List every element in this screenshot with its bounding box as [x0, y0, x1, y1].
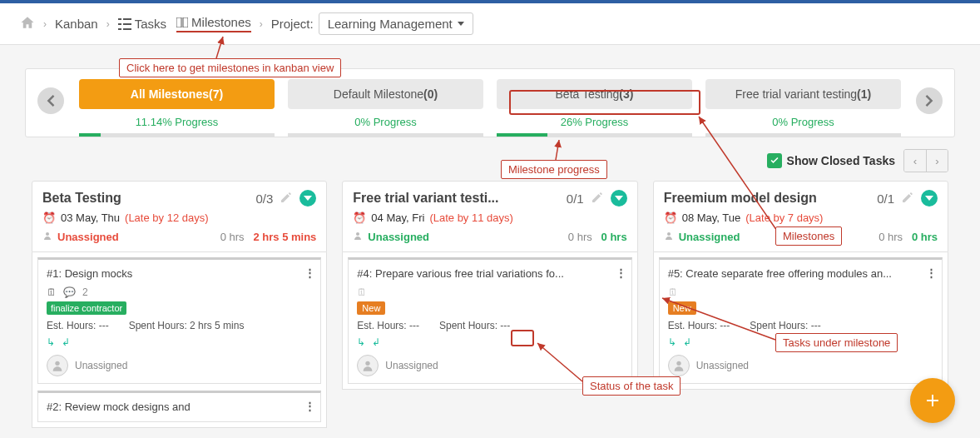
svg-point-11: [366, 361, 370, 366]
assignee-label: Unassigned: [385, 360, 438, 371]
edit-icon[interactable]: [280, 191, 293, 207]
user-icon: [353, 231, 363, 243]
milestone-tab[interactable]: All Milestones(7): [79, 79, 275, 109]
column-count: 0/1: [567, 192, 584, 206]
column-count: 0/3: [255, 192, 273, 206]
column-spent: 2 hrs 5 mins: [253, 231, 316, 243]
calendar-icon: 🗓: [47, 286, 57, 298]
crumb-kanban[interactable]: Kanban: [55, 17, 98, 31]
milestone-progress-text: 0% Progress: [288, 116, 483, 128]
task-spent-hours: Spent Hours: ---: [439, 320, 510, 331]
task-est-hours: Est. Hours: ---: [668, 320, 730, 331]
add-fab[interactable]: [910, 378, 955, 423]
task-est-hours: Est. Hours: ---: [47, 320, 109, 331]
task-card[interactable]: #1: Design mocks⋮🗓 💬2finalize contractor…: [37, 257, 321, 384]
task-menu-icon[interactable]: ⋮: [304, 266, 315, 279]
edit-icon[interactable]: [591, 191, 604, 207]
show-closed-tasks-toggle[interactable]: Show Closed Tasks: [767, 153, 895, 168]
column-body: #4: Prepare various free trial variation…: [342, 252, 637, 390]
milestone-tab[interactable]: Free trial variant testing(1): [705, 79, 901, 109]
svg-point-8: [46, 232, 49, 236]
column-late: (Late by 11 days): [429, 212, 512, 224]
column-expand[interactable]: [299, 190, 316, 207]
column-expand[interactable]: [921, 190, 938, 207]
column-spent: 0 hrs: [912, 231, 938, 243]
column-date: 04 May, Fri: [371, 212, 424, 224]
column-late: (Late by 12 days): [125, 212, 208, 224]
svg-point-13: [676, 361, 681, 366]
pager-next[interactable]: ›: [926, 150, 948, 172]
assignee-label: Unassigned: [696, 360, 749, 371]
svg-rect-0: [118, 18, 121, 20]
task-title: #1: Design mocks: [47, 266, 312, 281]
column-expand[interactable]: [611, 190, 627, 207]
milestone-progress-text: 26% Progress: [497, 116, 692, 128]
task-card[interactable]: #5: Create separate free offering module…: [659, 257, 943, 384]
link-icon[interactable]: ↳: [357, 336, 365, 348]
calendar-icon: ⏰: [353, 212, 366, 224]
subtask-icon[interactable]: ↲: [62, 336, 70, 348]
milestone-tab[interactable]: Beta Testing(3): [497, 79, 692, 109]
link-icon[interactable]: ↳: [47, 336, 55, 348]
column-body: #5: Create separate free offering module…: [653, 252, 948, 390]
milestone-progress-text: 11.14% Progress: [79, 116, 275, 128]
milestone-column-header: Free trial variant testi...0/1⏰04 May, F…: [342, 181, 637, 252]
pager-prev[interactable]: ‹: [904, 150, 926, 172]
calendar-icon: 🗓: [668, 286, 678, 298]
column-date: 08 May, Tue: [682, 212, 741, 224]
milestone-column-header: Freemium model design0/1⏰08 May, Tue (La…: [653, 181, 948, 252]
task-spent-hours: Spent Hours: 2 hrs 5 mins: [129, 320, 245, 331]
column-spent: 0 hrs: [601, 231, 627, 243]
crumb-tasks[interactable]: Tasks: [118, 17, 166, 31]
column-hrs: 0 hrs: [879, 231, 903, 243]
task-status-badge: New: [668, 301, 696, 315]
task-title: #4: Prepare various free trial variation…: [357, 266, 622, 281]
edit-icon[interactable]: [901, 191, 914, 207]
breadcrumb: › Kanban › Tasks Milestones › Project: L…: [0, 3, 980, 45]
checkbox-checked-icon: [767, 153, 782, 168]
svg-rect-1: [123, 18, 131, 20]
task-card[interactable]: #2: Review mock designs and⋮: [37, 391, 321, 422]
subtask-icon[interactable]: ↲: [683, 336, 691, 348]
chevron-down-icon: [458, 22, 464, 26]
column-date: 03 May, Thu: [61, 212, 120, 224]
svg-point-12: [667, 232, 671, 236]
svg-rect-6: [176, 17, 181, 27]
svg-rect-4: [118, 28, 121, 30]
avatar: [668, 355, 690, 376]
assignee-label: Unassigned: [75, 360, 127, 371]
project-select[interactable]: Learning Management: [319, 12, 473, 35]
column-hrs: 0 hrs: [568, 231, 592, 243]
svg-rect-2: [118, 23, 121, 25]
column-title: Free trial variant testi...: [353, 191, 559, 206]
milestones-prev[interactable]: [37, 87, 64, 114]
column-body: #1: Design mocks⋮🗓 💬2finalize contractor…: [32, 252, 327, 428]
task-title: #5: Create separate free offering module…: [668, 266, 933, 281]
milestone-tab[interactable]: Default Milestone(0): [288, 79, 483, 109]
subtask-icon[interactable]: ↲: [372, 336, 380, 348]
avatar: [47, 355, 68, 376]
svg-rect-3: [123, 23, 131, 25]
task-status-badge: New: [357, 301, 385, 315]
task-menu-icon[interactable]: ⋮: [926, 266, 937, 279]
column-count: 0/1: [877, 192, 894, 206]
calendar-icon: ⏰: [42, 212, 56, 224]
user-icon: [42, 231, 52, 243]
milestone-column-header: Beta Testing0/3⏰03 May, Thu (Late by 12 …: [32, 181, 327, 252]
home-icon[interactable]: [20, 15, 35, 32]
column-assigned: Unassigned: [57, 231, 119, 243]
task-menu-icon[interactable]: ⋮: [304, 400, 315, 412]
project-label: Project:: [271, 17, 314, 31]
milestone-progress-bar: [79, 133, 275, 137]
user-icon: [664, 231, 674, 243]
svg-rect-5: [123, 28, 131, 30]
task-card[interactable]: #4: Prepare various free trial variation…: [348, 257, 631, 384]
task-menu-icon[interactable]: ⋮: [616, 266, 626, 279]
comment-icon: 💬: [63, 286, 76, 298]
milestone-progress-text: 0% Progress: [705, 116, 901, 128]
task-est-hours: Est. Hours: ---: [357, 320, 419, 331]
milestone-progress-bar: [705, 133, 901, 137]
crumb-milestones[interactable]: Milestones: [176, 15, 251, 32]
milestones-next[interactable]: [916, 87, 943, 114]
link-icon[interactable]: ↳: [668, 336, 676, 348]
